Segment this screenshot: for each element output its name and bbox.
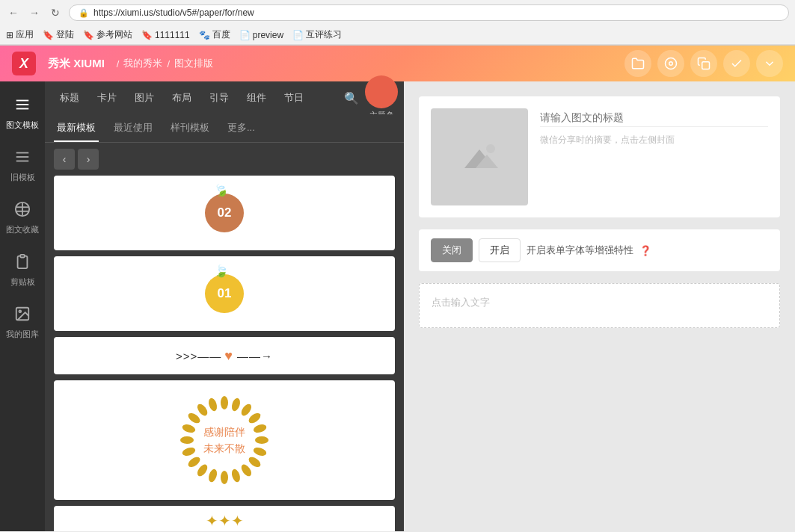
clipboard-icon xyxy=(14,253,31,273)
svg-point-27 xyxy=(221,471,228,484)
svg-point-30 xyxy=(186,455,201,469)
sidebar-item-myimage[interactable]: 我的图库 xyxy=(0,297,45,349)
copy-button[interactable] xyxy=(690,50,717,77)
save-button[interactable] xyxy=(657,50,684,77)
top-menu: 标题 卡片 图片 布局 引导 组件 节日 🔍 主题色 xyxy=(45,81,404,114)
svg-point-0 xyxy=(666,58,677,69)
sidebar-label-clipboard: 剪贴板 xyxy=(10,276,35,288)
bookmark-apps[interactable]: ⊞ 应用 xyxy=(6,28,34,41)
toggle-on-button[interactable]: 开启 xyxy=(479,238,521,262)
tab-sample[interactable]: 样刊模板 xyxy=(168,115,212,142)
wreath-container: 感谢陪伴 未来不散 xyxy=(161,380,288,500)
template-card-4[interactable]: 感谢陪伴 未来不散 xyxy=(54,380,395,500)
template-icon xyxy=(14,96,31,117)
svg-point-29 xyxy=(195,463,209,477)
check-button[interactable] xyxy=(723,50,750,77)
menu-item-card[interactable]: 卡片 xyxy=(88,85,126,111)
menu-item-guide[interactable]: 引导 xyxy=(200,85,238,111)
bookmark-baidu[interactable]: 🐾 百度 xyxy=(199,28,230,41)
bookmark-icon-1: 🔖 xyxy=(43,30,54,40)
old-template-icon xyxy=(14,149,31,169)
url-text: https://xiumi.us/studio/v5#/paper/for/ne… xyxy=(93,7,254,18)
menu-item-layout[interactable]: 布局 xyxy=(163,85,200,111)
number-circle-02: 02 xyxy=(205,194,244,232)
bookmark-icon-3: 🔖 xyxy=(141,30,153,40)
svg-point-36 xyxy=(207,397,218,412)
back-button[interactable]: ← xyxy=(6,5,21,20)
cover-desc: 微信分享时的摘要，点击左侧封面 xyxy=(540,133,768,147)
svg-rect-2 xyxy=(702,62,710,69)
app-logo: X xyxy=(12,52,36,75)
doc-icon-2: 📄 xyxy=(292,30,304,40)
arrow-decoration: >>>—— ♥ ——→ xyxy=(167,339,282,373)
svg-point-19 xyxy=(239,402,254,417)
tab-more[interactable]: 更多... xyxy=(224,115,258,142)
text-area-section[interactable]: 点击输入文字 xyxy=(419,283,780,328)
breadcrumb: / 我的秀米 / 图文排版 xyxy=(117,57,213,70)
menu-item-image[interactable]: 图片 xyxy=(126,85,163,111)
template-list: 🍃 02 🍃 01 xyxy=(45,176,404,531)
template-card-1[interactable]: 🍃 02 xyxy=(54,176,395,250)
tab-latest[interactable]: 最新模板 xyxy=(54,115,99,142)
sidebar-item-clipboard[interactable]: 剪贴板 xyxy=(0,244,45,297)
sidebar-label-template: 图文模板 xyxy=(6,120,39,131)
breadcrumb-item-2[interactable]: 图文排版 xyxy=(174,57,213,70)
sparkle-icon: ✦✦✦ xyxy=(206,512,244,530)
bookmark-ref[interactable]: 🔖 参考网站 xyxy=(83,28,132,41)
leaf-decoration-2: 🍃 xyxy=(214,264,229,278)
search-button[interactable]: 🔍 xyxy=(338,85,365,111)
prev-page-button[interactable]: ‹ xyxy=(54,149,75,170)
mountain-placeholder-icon xyxy=(457,138,502,176)
header-actions xyxy=(624,50,783,77)
next-page-button[interactable]: › xyxy=(78,149,99,170)
sidebar-item-old[interactable]: 旧模板 xyxy=(0,140,45,192)
baidu-icon: 🐾 xyxy=(199,30,210,40)
myimage-icon xyxy=(14,306,31,326)
menu-item-title[interactable]: 标题 xyxy=(51,85,88,111)
svg-point-23 xyxy=(252,446,267,457)
fruit-02-content: 🍃 02 xyxy=(190,179,259,247)
cover-title-input[interactable] xyxy=(540,108,768,127)
template-card-5[interactable]: ✦✦✦ xyxy=(54,506,395,531)
right-panel: 微信分享时的摘要，点击左侧封面 关闭 开启 开启表单字体等增强特性 ❓ 点击输入… xyxy=(404,81,795,531)
sidebar-item-collection[interactable]: 图文收藏 xyxy=(0,192,45,244)
fruit-01-content: 🍃 01 xyxy=(190,259,259,328)
collection-icon xyxy=(14,201,31,221)
bookmark-1111[interactable]: 🔖 1111111 xyxy=(141,30,190,40)
tab-recent[interactable]: 最近使用 xyxy=(111,115,156,142)
browser-nav: ← → ↻ 🔒 https://xiumi.us/studio/v5#/pape… xyxy=(0,0,795,25)
bookmark-icon-2: 🔖 xyxy=(83,30,94,40)
svg-point-24 xyxy=(247,455,262,469)
svg-point-17 xyxy=(221,396,228,409)
template-card-2[interactable]: 🍃 01 xyxy=(54,256,395,331)
browser-chrome: ← → ↻ 🔒 https://xiumi.us/studio/v5#/pape… xyxy=(0,0,795,46)
info-icon[interactable]: ❓ xyxy=(639,245,651,256)
breadcrumb-item-1[interactable]: 我的秀米 xyxy=(123,57,162,70)
menu-item-component[interactable]: 组件 xyxy=(238,85,275,111)
toggle-description: 开启表单字体等增强特性 xyxy=(527,244,633,257)
template-card-3[interactable]: >>>—— ♥ ——→ xyxy=(54,337,395,374)
refresh-button[interactable]: ↻ xyxy=(48,5,63,20)
sidebar-label-myimage: 我的图库 xyxy=(6,329,39,340)
svg-point-26 xyxy=(230,468,242,483)
menu-item-holiday[interactable]: 节日 xyxy=(275,85,313,111)
bookmark-review[interactable]: 📄 互评练习 xyxy=(292,28,342,41)
cover-fields: 微信分享时的摘要，点击左侧封面 xyxy=(540,108,768,205)
chevron-down-button[interactable] xyxy=(756,50,783,77)
heart-icon: ♥ xyxy=(224,348,234,364)
text-area-placeholder: 点击输入文字 xyxy=(432,297,490,308)
toggle-off-button[interactable]: 关闭 xyxy=(431,238,473,262)
cover-image-placeholder[interactable] xyxy=(431,108,528,205)
lock-icon: 🔒 xyxy=(79,8,89,18)
svg-point-16 xyxy=(187,403,262,477)
svg-point-32 xyxy=(180,436,194,444)
bookmark-login[interactable]: 🔖 登陆 xyxy=(43,28,74,41)
address-bar[interactable]: 🔒 https://xiumi.us/studio/v5#/paper/for/… xyxy=(69,4,789,21)
folder-button[interactable] xyxy=(624,50,651,77)
sidebar-item-template[interactable]: 图文模板 xyxy=(0,87,45,140)
apps-icon: ⊞ xyxy=(6,30,13,40)
forward-button[interactable]: → xyxy=(27,5,42,20)
wreath-svg xyxy=(176,392,273,489)
breadcrumb-sep-2: / xyxy=(167,58,170,69)
bookmark-preview[interactable]: 📄 preview xyxy=(239,30,283,40)
